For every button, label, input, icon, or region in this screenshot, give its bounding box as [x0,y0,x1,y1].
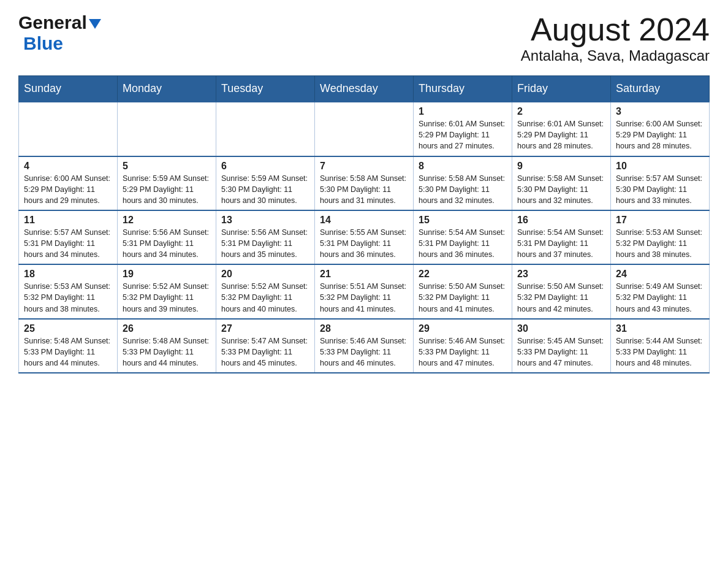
day-number: 22 [419,269,507,280]
day-info: Sunrise: 5:48 AM Sunset: 5:33 PM Dayligh… [24,335,112,369]
day-info: Sunrise: 5:59 AM Sunset: 5:30 PM Dayligh… [221,173,309,206]
day-info: Sunrise: 5:55 AM Sunset: 5:31 PM Dayligh… [320,227,408,260]
calendar-cell: 5Sunrise: 5:59 AM Sunset: 5:29 PM Daylig… [118,156,216,210]
day-info: Sunrise: 6:01 AM Sunset: 5:29 PM Dayligh… [517,118,605,151]
day-info: Sunrise: 5:58 AM Sunset: 5:30 PM Dayligh… [419,173,507,206]
calendar-cell: 23Sunrise: 5:50 AM Sunset: 5:32 PM Dayli… [512,264,611,318]
day-number: 7 [320,161,408,172]
calendar-cell: 1Sunrise: 6:01 AM Sunset: 5:29 PM Daylig… [414,102,512,156]
day-info: Sunrise: 5:44 AM Sunset: 5:33 PM Dayligh… [616,335,704,369]
day-number: 12 [123,215,211,226]
calendar-cell: 24Sunrise: 5:49 AM Sunset: 5:32 PM Dayli… [611,264,710,318]
day-number: 19 [123,269,211,280]
day-info: Sunrise: 5:53 AM Sunset: 5:32 PM Dayligh… [24,281,112,314]
day-info: Sunrise: 5:53 AM Sunset: 5:32 PM Dayligh… [616,227,704,260]
month-title: August 2024 [521,12,710,47]
day-number: 8 [419,161,507,172]
calendar-cell: 14Sunrise: 5:55 AM Sunset: 5:31 PM Dayli… [315,210,414,264]
calendar-cell: 18Sunrise: 5:53 AM Sunset: 5:32 PM Dayli… [19,264,118,318]
calendar-cell: 10Sunrise: 5:57 AM Sunset: 5:30 PM Dayli… [611,156,710,210]
calendar-cell: 27Sunrise: 5:47 AM Sunset: 5:33 PM Dayli… [216,319,315,373]
calendar-week-3: 11Sunrise: 5:57 AM Sunset: 5:31 PM Dayli… [19,210,710,264]
day-number: 16 [517,215,605,226]
logo-triangle-icon [89,19,101,29]
calendar-cell: 16Sunrise: 5:54 AM Sunset: 5:31 PM Dayli… [512,210,611,264]
logo-general-text: General [18,12,87,33]
page-header: General Blue August 2024 Antalaha, Sava,… [18,12,710,64]
day-info: Sunrise: 5:58 AM Sunset: 5:30 PM Dayligh… [517,173,605,206]
calendar-cell: 12Sunrise: 5:56 AM Sunset: 5:31 PM Dayli… [118,210,216,264]
logo: General Blue [18,12,101,54]
calendar-col-thursday: Thursday [414,76,512,102]
day-number: 4 [24,161,112,172]
day-number: 26 [123,323,211,334]
calendar-cell: 6Sunrise: 5:59 AM Sunset: 5:30 PM Daylig… [216,156,315,210]
calendar-col-saturday: Saturday [611,76,710,102]
day-info: Sunrise: 6:01 AM Sunset: 5:29 PM Dayligh… [419,118,507,151]
day-info: Sunrise: 5:46 AM Sunset: 5:33 PM Dayligh… [320,335,408,369]
calendar-cell: 15Sunrise: 5:54 AM Sunset: 5:31 PM Dayli… [414,210,512,264]
day-number: 10 [616,161,704,172]
day-number: 15 [419,215,507,226]
day-info: Sunrise: 5:57 AM Sunset: 5:30 PM Dayligh… [616,173,704,206]
day-info: Sunrise: 5:48 AM Sunset: 5:33 PM Dayligh… [123,335,211,369]
calendar-table: SundayMondayTuesdayWednesdayThursdayFrid… [18,75,710,373]
day-number: 21 [320,269,408,280]
day-number: 20 [221,269,309,280]
day-number: 9 [517,161,605,172]
calendar-cell: 25Sunrise: 5:48 AM Sunset: 5:33 PM Dayli… [19,319,118,373]
calendar-cell: 20Sunrise: 5:52 AM Sunset: 5:32 PM Dayli… [216,264,315,318]
day-info: Sunrise: 5:56 AM Sunset: 5:31 PM Dayligh… [123,227,211,260]
calendar-cell: 4Sunrise: 6:00 AM Sunset: 5:29 PM Daylig… [19,156,118,210]
calendar-cell: 31Sunrise: 5:44 AM Sunset: 5:33 PM Dayli… [611,319,710,373]
calendar-cell: 2Sunrise: 6:01 AM Sunset: 5:29 PM Daylig… [512,102,611,156]
day-info: Sunrise: 5:49 AM Sunset: 5:32 PM Dayligh… [616,281,704,314]
day-number: 13 [221,215,309,226]
calendar-col-wednesday: Wednesday [315,76,414,102]
calendar-week-2: 4Sunrise: 6:00 AM Sunset: 5:29 PM Daylig… [19,156,710,210]
day-number: 2 [517,106,605,117]
calendar-cell: 26Sunrise: 5:48 AM Sunset: 5:33 PM Dayli… [118,319,216,373]
day-info: Sunrise: 5:56 AM Sunset: 5:31 PM Dayligh… [221,227,309,260]
day-number: 24 [616,269,704,280]
calendar-week-1: 1Sunrise: 6:01 AM Sunset: 5:29 PM Daylig… [19,102,710,156]
day-number: 14 [320,215,408,226]
day-info: Sunrise: 5:54 AM Sunset: 5:31 PM Dayligh… [419,227,507,260]
calendar-cell: 17Sunrise: 5:53 AM Sunset: 5:32 PM Dayli… [611,210,710,264]
calendar-cell [118,102,216,156]
day-number: 31 [616,323,704,334]
day-info: Sunrise: 5:46 AM Sunset: 5:33 PM Dayligh… [419,335,507,369]
calendar-cell: 7Sunrise: 5:58 AM Sunset: 5:30 PM Daylig… [315,156,414,210]
calendar-col-friday: Friday [512,76,611,102]
calendar-cell [216,102,315,156]
calendar-week-5: 25Sunrise: 5:48 AM Sunset: 5:33 PM Dayli… [19,319,710,373]
location-title: Antalaha, Sava, Madagascar [521,47,710,64]
day-info: Sunrise: 5:45 AM Sunset: 5:33 PM Dayligh… [517,335,605,369]
calendar-cell: 9Sunrise: 5:58 AM Sunset: 5:30 PM Daylig… [512,156,611,210]
day-number: 27 [221,323,309,334]
calendar-cell: 22Sunrise: 5:50 AM Sunset: 5:32 PM Dayli… [414,264,512,318]
calendar-cell: 29Sunrise: 5:46 AM Sunset: 5:33 PM Dayli… [414,319,512,373]
day-info: Sunrise: 5:51 AM Sunset: 5:32 PM Dayligh… [320,281,408,314]
day-info: Sunrise: 5:58 AM Sunset: 5:30 PM Dayligh… [320,173,408,206]
calendar-cell: 19Sunrise: 5:52 AM Sunset: 5:32 PM Dayli… [118,264,216,318]
calendar-col-sunday: Sunday [19,76,118,102]
calendar-cell: 28Sunrise: 5:46 AM Sunset: 5:33 PM Dayli… [315,319,414,373]
calendar-cell: 30Sunrise: 5:45 AM Sunset: 5:33 PM Dayli… [512,319,611,373]
day-info: Sunrise: 5:52 AM Sunset: 5:32 PM Dayligh… [221,281,309,314]
day-number: 5 [123,161,211,172]
day-info: Sunrise: 5:54 AM Sunset: 5:31 PM Dayligh… [517,227,605,260]
calendar-cell: 13Sunrise: 5:56 AM Sunset: 5:31 PM Dayli… [216,210,315,264]
calendar-cell: 8Sunrise: 5:58 AM Sunset: 5:30 PM Daylig… [414,156,512,210]
title-block: August 2024 Antalaha, Sava, Madagascar [521,12,710,64]
day-number: 25 [24,323,112,334]
day-number: 3 [616,106,704,117]
calendar-col-tuesday: Tuesday [216,76,315,102]
day-info: Sunrise: 6:00 AM Sunset: 5:29 PM Dayligh… [24,173,112,206]
day-info: Sunrise: 5:57 AM Sunset: 5:31 PM Dayligh… [24,227,112,260]
day-info: Sunrise: 5:50 AM Sunset: 5:32 PM Dayligh… [517,281,605,314]
calendar-week-4: 18Sunrise: 5:53 AM Sunset: 5:32 PM Dayli… [19,264,710,318]
day-number: 1 [419,106,507,117]
calendar-col-monday: Monday [118,76,216,102]
day-number: 30 [517,323,605,334]
